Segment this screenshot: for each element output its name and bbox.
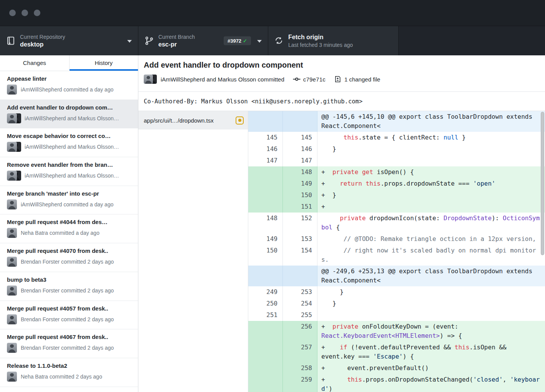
commit-list-item[interactable]: Merge pull request #4067 from desk.. Bre… (0, 329, 138, 358)
commit-title: Add event handler to dropdown com… (7, 104, 133, 111)
branch-name: esc-pr (158, 41, 195, 48)
diff-line-row: 145145 this.state = { clientRect: null } (248, 132, 545, 143)
commit-title: Merge pull request #4067 from desk.. (7, 334, 133, 340)
commit-title: Merge pull request #4044 from des… (7, 219, 133, 225)
commit-summary-title: Add event handler to dropdown component (144, 61, 545, 70)
avatar-front (7, 171, 17, 181)
commit-byline: Neha Batra committed a day ago (21, 230, 100, 236)
diff-line-row: 147147 (248, 155, 545, 166)
diff-line-row: 148+ private get isOpen() { (248, 166, 545, 178)
scrollbar-thumb[interactable] (541, 112, 544, 255)
commit-byline: Brendan Forster committed 2 days ago (21, 316, 114, 322)
commit-list: Appease linter iAmWillShepherd committed… (0, 71, 138, 392)
commit-title: Merge pull request #4070 from desk.. (7, 247, 133, 254)
commit-list-item[interactable]: Release to 1.1.0-beta2 Neha Batra commit… (0, 358, 138, 387)
commit-list-item[interactable]: Merge pull request #4044 from des… Neha … (0, 214, 138, 243)
avatar (7, 343, 17, 353)
avatar (7, 171, 21, 181)
diff-line-row: 150154 // right now it's scaled badly on… (248, 245, 545, 266)
commit-list-item[interactable]: Add event handler to dropdown com… iAmWi… (0, 100, 138, 129)
repository-picker-button[interactable]: Current Repository desktop (0, 26, 138, 55)
commit-byline: iAmWillShepherd committed a day ago (21, 201, 113, 208)
commit-list-item[interactable]: Remove event handler from the bran… iAmW… (0, 157, 138, 186)
avatar (7, 286, 17, 296)
tab-history[interactable]: History (69, 55, 138, 71)
commit-sha[interactable]: c79e71c (303, 76, 326, 83)
avatar (7, 113, 21, 123)
avatar-front (7, 228, 17, 238)
avatar-front (7, 142, 17, 152)
git-branch-icon (145, 36, 154, 45)
branch-picker-button[interactable]: Current Branch esc-pr #3972✓ (138, 26, 268, 55)
diff-hunk-header-row: @@ -145,6 +145,10 @@ export class Toolba… (248, 111, 545, 132)
repo-icon (6, 36, 15, 45)
diff-hunk-header-row: @@ -249,6 +253,13 @@ export class Toolba… (248, 266, 545, 286)
avatar (7, 85, 17, 95)
commit-list-item[interactable]: Merge pull request #4070 from desk.. Bre… (0, 243, 138, 272)
window-titlebar (0, 0, 545, 26)
avatar (7, 372, 17, 382)
diff-line-row: 150+ } (248, 189, 545, 201)
diff-line-row: 148152 private dropdownIcon(state: Dropd… (248, 213, 545, 233)
chevron-down-icon (127, 40, 132, 43)
commit-byline: Neha Batra committed 2 days ago (21, 374, 102, 380)
commit-list-item[interactable]: Merge pull request #4057 from desk.. Bre… (0, 301, 138, 330)
toolbar-filler (399, 26, 545, 55)
avatar (7, 142, 21, 152)
commit-list-item[interactable]: Merge branch 'master' into esc-pr iAmWil… (0, 186, 138, 215)
commit-byline: Brendan Forster committed 2 days ago (21, 345, 114, 351)
fetch-origin-button[interactable]: Fetch origin Last fetched 3 minutes ago (268, 26, 399, 55)
file-row[interactable]: app/src/ui/t…/dropdown.tsx (138, 111, 248, 130)
diff-panel: @@ -145,6 +145,10 @@ export class Toolba… (248, 111, 545, 392)
commit-title: bump to beta3 (7, 276, 133, 283)
commit-title: Merge pull request #4057 from desk.. (7, 305, 133, 312)
diff-line-row: 259+ this.props.onDropdownStateChanged('… (248, 374, 545, 392)
avatar-front (7, 257, 17, 267)
diff-line-row: 151+ (248, 201, 545, 213)
close-window-button[interactable] (9, 10, 16, 16)
toolbar: Current Repository desktop Current Branc… (0, 26, 545, 55)
chevron-down-icon (257, 40, 262, 43)
commit-list-item[interactable]: Move escape behavior to correct co… iAmW… (0, 128, 138, 157)
coauthor-line: Co-Authored-By: Markus Olsson <niik@user… (138, 92, 545, 111)
app-window: Current Repository desktop Current Branc… (0, 0, 545, 392)
avatar-front (7, 286, 17, 296)
avatar (7, 199, 17, 209)
commit-title: Release to 1.1.0-beta2 (7, 362, 133, 369)
commit-byline: iAmWillShepherd committed a day ago (21, 86, 113, 93)
avatar-front (7, 372, 17, 382)
diff-line-row: 149153 // @TODO: Remake triangle octicon… (248, 233, 545, 245)
commit-title: Merge branch 'master' into esc-pr (7, 190, 133, 197)
commit-title: Move escape behavior to correct co… (7, 133, 133, 139)
fetch-status: Last fetched 3 minutes ago (288, 42, 353, 48)
diff-line-row: 146146 } (248, 143, 545, 155)
commit-list-item[interactable]: Merge pull request #4073 from d… (0, 387, 138, 392)
avatar (144, 75, 153, 84)
avatar-front (7, 343, 17, 353)
avatar-front (7, 85, 17, 95)
modified-status-icon (236, 116, 244, 125)
diff-rows: @@ -145,6 +145,10 @@ export class Toolba… (248, 111, 545, 392)
commit-title: Remove event handler from the bran… (7, 161, 133, 168)
diff-line-row: 256+ private onFoldoutKeyDown = (event: … (248, 321, 545, 342)
avatar-front (7, 113, 17, 123)
commit-header: Add event handler to dropdown component … (138, 55, 545, 92)
tab-changes[interactable]: Changes (0, 55, 69, 71)
commit-list-item[interactable]: bump to beta3 Brendan Forster committed … (0, 272, 138, 301)
pr-number-badge: #3972✓ (224, 37, 251, 45)
minimize-window-button[interactable] (22, 10, 28, 16)
commit-byline: Brendan Forster committed 2 days ago (21, 287, 114, 294)
diff-file-icon (334, 76, 342, 83)
changed-file-list: app/src/ui/t…/dropdown.tsx (138, 111, 248, 392)
avatar (7, 257, 17, 267)
commit-byline: Brendan Forster committed 2 days ago (21, 259, 114, 265)
commit-detail-panel: Add event handler to dropdown component … (138, 55, 545, 392)
branch-label: Current Branch (158, 34, 195, 40)
tab-bar: Changes History (0, 55, 138, 71)
commit-list-item[interactable]: Appease linter iAmWillShepherd committed… (0, 71, 138, 100)
commit-byline: iAmWillShepherd and Markus Olsson… (25, 144, 119, 150)
commit-authors: iAmWillShepherd and Markus Olsson commit… (161, 76, 284, 83)
commit-byline: iAmWillShepherd and Markus Olsson… (25, 173, 119, 179)
zoom-window-button[interactable] (34, 10, 40, 16)
avatar-front (7, 199, 17, 209)
